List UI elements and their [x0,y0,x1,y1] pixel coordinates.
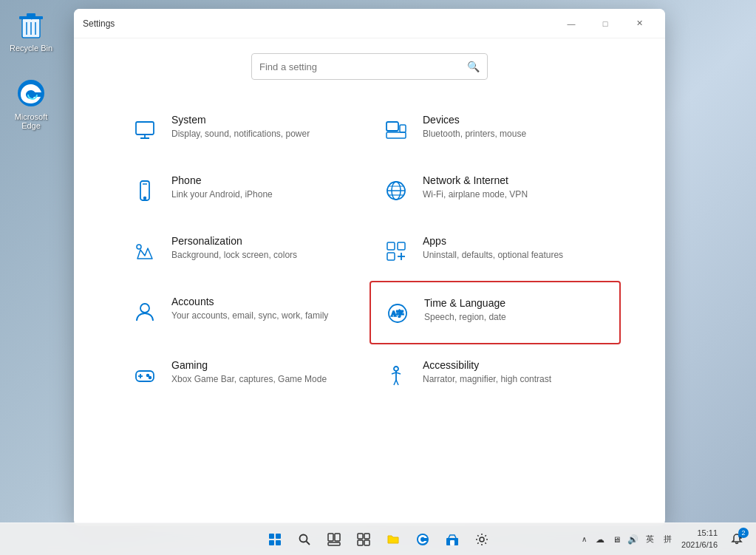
svg-rect-39 [269,540,274,545]
network-taskbar-icon[interactable]: 🖥 [609,526,624,553]
clock[interactable]: 15:11 2021/6/16 [678,526,721,552]
settings-item-apps[interactable]: Apps Uninstall, defaults, optional featu… [370,220,621,281]
settings-name-accessibility: Accessibility [423,359,609,371]
personalization-settings-icon [130,236,160,266]
accessibility-settings-icon [381,361,411,390]
svg-rect-10 [386,122,398,131]
svg-rect-23 [387,253,395,260]
edge-label: Microsoft Edge [4,112,58,130]
desktop: Recycle Bin Microsoft Edge Settings — □ … [0,0,756,555]
titlebar: Settings — □ ✕ [74,9,665,38]
maximize-button[interactable]: □ [588,12,622,35]
settings-name-devices: Devices [423,114,609,126]
settings-desc-network: Wi-Fi, airplane mode, VPN [423,188,609,201]
taskbar-right: ∧ ☁ 🖥 🔊 英 拼 15:11 2021/6/16 2 [576,526,756,553]
taskbar: ∧ ☁ 🖥 🔊 英 拼 15:11 2021/6/16 2 [0,522,756,555]
svg-point-21 [137,245,141,249]
settings-name-phone: Phone [171,174,358,186]
svg-rect-43 [328,534,333,541]
settings-name-system: System [171,114,358,126]
settings-desc-gaming: Xbox Game Bar, captures, Game Mode [171,373,358,386]
volume-icon[interactable]: 🔊 [625,526,640,553]
search-container: 🔍 [74,38,665,92]
settings-name-network: Network & Internet [423,174,609,186]
svg-rect-47 [364,534,370,539]
settings-desc-personalization: Background, lock screen, colors [171,249,358,262]
time-display: 15:11 [681,528,718,539]
svg-rect-40 [276,540,281,545]
settings-desc-system: Display, sound, notifications, power [171,128,358,140]
svg-text:A字: A字 [391,310,404,318]
settings-name-personalization: Personalization [171,235,358,247]
search-input[interactable] [259,61,461,72]
settings-name-apps: Apps [423,235,609,247]
settings-desc-devices: Bluetooth, printers, mouse [423,128,609,140]
settings-item-system[interactable]: System Display, sound, notifications, po… [118,99,370,160]
ime-icon[interactable]: 拼 [659,526,675,553]
settings-item-time-language[interactable]: A字 Time & Language Speech, region, date [370,281,621,344]
settings-desc-accounts: Your accounts, email, sync, work, family [171,310,358,322]
devices-settings-icon [381,115,411,145]
start-button[interactable] [262,526,288,553]
svg-rect-48 [358,540,363,545]
settings-item-network[interactable]: Network & Internet Wi-Fi, airplane mode,… [370,160,621,220]
edge-image [15,77,47,109]
settings-item-personalization[interactable]: Personalization Background, lock screen,… [118,220,370,281]
settings-item-devices[interactable]: Devices Bluetooth, printers, mouse [370,99,621,160]
settings-item-phone[interactable]: Phone Link your Android, iPhone [118,160,370,220]
edge-taskbar-button[interactable] [409,526,436,553]
settings-name-gaming: Gaming [171,359,358,371]
task-view-button[interactable] [321,526,347,553]
search-box[interactable]: 🔍 [251,53,488,80]
settings-desc-phone: Link your Android, iPhone [171,188,358,201]
svg-rect-38 [276,534,281,539]
search-icon: 🔍 [467,61,480,72]
svg-rect-11 [400,125,406,132]
minimize-button[interactable]: — [554,12,588,35]
settings-item-accessibility[interactable]: Accessibility Narrator, magnifier, high … [370,344,621,405]
widgets-button[interactable] [350,526,377,553]
svg-line-42 [306,541,310,545]
svg-point-35 [394,367,398,371]
notification-button[interactable]: 2 [723,526,750,553]
taskbar-center [262,526,495,553]
recycle-bin-icon[interactable]: Recycle Bin [1,5,61,55]
settings-taskbar-button[interactable] [469,526,495,553]
settings-item-accounts[interactable]: Accounts Your accounts, email, sync, wor… [118,281,370,344]
network-settings-icon [381,176,411,205]
recycle-bin-image [15,8,47,41]
svg-rect-52 [450,540,454,545]
svg-rect-7 [136,122,154,135]
date-display: 2021/6/16 [681,539,718,551]
svg-rect-12 [386,132,406,138]
settings-desc-time-language: Speech, region, date [424,311,607,324]
svg-point-14 [144,197,146,200]
taskbar-search-button[interactable] [291,526,318,553]
phone-settings-icon [130,176,160,205]
window-controls: — □ ✕ [554,12,656,35]
svg-point-41 [299,534,307,542]
settings-name-accounts: Accounts [171,296,358,307]
close-button[interactable]: ✕ [622,12,656,35]
svg-text:2: 2 [740,534,742,538]
system-settings-icon [130,115,160,145]
chevron-up-icon[interactable]: ∧ [576,526,591,553]
settings-name-time-language: Time & Language [424,297,607,309]
settings-content: System Display, sound, notifications, po… [74,92,665,526]
gaming-settings-icon [130,361,160,390]
cloud-icon[interactable]: ☁ [593,526,607,553]
time-language-settings-icon: A字 [383,299,412,328]
store-button[interactable] [439,526,466,553]
settings-desc-apps: Uninstall, defaults, optional features [423,249,609,262]
microsoft-edge-icon[interactable]: Microsoft Edge [1,74,61,133]
svg-rect-37 [269,534,274,539]
lang-icon[interactable]: 英 [641,526,658,553]
svg-rect-46 [358,534,363,539]
svg-rect-45 [328,542,340,545]
accounts-settings-icon [130,297,160,327]
file-explorer-button[interactable] [380,526,406,553]
settings-item-gaming[interactable]: Gaming Xbox Game Bar, captures, Game Mod… [118,344,370,405]
sys-icons: ∧ ☁ 🖥 🔊 英 拼 [576,526,675,553]
settings-grid: System Display, sound, notifications, po… [118,99,621,405]
svg-rect-44 [335,534,340,541]
